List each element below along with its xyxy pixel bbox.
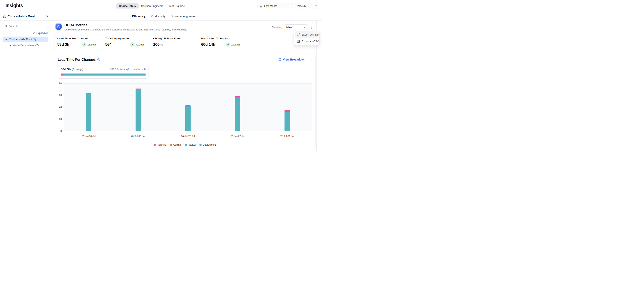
granularity-select[interactable]: Weekly [295,3,319,9]
main-content: EfficiencyProductivityBusiness Alignment… [51,12,322,152]
x-axis-tick-label: 28 Jul-31 Jul [280,135,294,138]
chevron-down-icon [315,5,317,7]
expand-corners-icon [278,58,281,61]
sidebar-collapse-button[interactable] [45,15,48,17]
chevron-right-icon[interactable] [9,44,12,46]
chart-export-icon [296,33,300,36]
review-segment [62,73,65,75]
trend-delta: 39.26% [135,43,144,46]
search-input[interactable] [9,25,44,28]
x-axis-tick-label: 07 Jul-13 Jul [132,135,145,138]
stat-card-value: 58d 3h [57,42,69,47]
sidebar-title: ChoiceHotels Root [8,14,35,18]
sidebar: ChoiceHotels Root Expand All ChoiceHotel… [0,12,51,152]
x-axis-tick-label: 01 Jul-06 Jul [82,135,96,138]
average-suffix: (Average) [72,68,83,71]
trend-down-icon [82,42,86,47]
active-tab-underline [132,20,146,20]
deployment-segment [86,94,92,131]
chart-kebab-menu-button[interactable] [308,57,312,62]
stat-card: Lead Time For Changes58d 3h16.99% [54,34,99,51]
tickets-count: 8017 Tickets [110,68,125,71]
tab-efficiency[interactable]: Efficiency [132,12,146,20]
gridline [64,95,312,95]
x-axis-tick-label: 14 Jul-20 Jul [181,135,195,138]
legend-chip [185,144,187,146]
chart-legend: PlanningCodingReviewDeployment [54,143,315,146]
legend-label: Review [188,143,196,146]
granularity-value: Weekly [298,4,306,7]
aggregation-select[interactable]: Mean [284,24,308,30]
stacked-bar-1[interactable] [86,93,92,131]
legend-item-coding: Coding [170,143,181,146]
y-axis-tick-label: 0 [60,130,62,133]
menu-item-export-as-csv[interactable]: Export as CSV [295,38,318,45]
chart-title: Lead Time For Changes [58,58,96,61]
y-axis-tick-label: 20 [59,118,62,121]
stat-card-value: 60d 14h [201,42,215,47]
stat-card: Total Deployments56439.26% [102,34,147,51]
deployment-segment [185,107,191,131]
x-axis-tick-label: 21 Jul-27 Jul [230,135,244,138]
stat-card: Change Failure Rate100% [150,34,195,51]
chevron-down-icon[interactable] [5,38,7,41]
org-tab-choicehotels[interactable]: ChoiceHotels [116,3,138,8]
org-tab-solution-engineers[interactable]: Solution Engineers [138,3,166,8]
tree-node-label: Anna Scozzafava (7) [13,44,38,47]
tree-node[interactable]: Anna Scozzafava (7) [3,42,48,48]
stat-card-title: Change Failure Rate [153,37,192,40]
calendar-icon [260,4,262,7]
expand-icon [33,32,35,34]
stat-card-title: Mean Time To Restore [201,37,240,40]
top-bar: Insights ChoiceHotelsSolution EngineersT… [0,0,322,12]
trend-delta: 16.99% [87,43,96,46]
aggregation-value: Mean [286,26,294,29]
date-range-select[interactable]: Last Month [257,3,293,9]
view-breakdown-button[interactable]: View Breakdown [278,58,305,61]
showing-label: Showing [272,26,282,29]
trend-badge: 16.99% [82,42,96,47]
tree-node[interactable]: ChoiceHotels Root (1) [3,36,48,42]
org-tab-test-org-tree[interactable]: Test Org Tree [166,3,188,8]
planning-segment [284,110,290,112]
stat-cards-row: Lead Time For Changes58d 3h16.99%Total D… [53,34,316,51]
stat-card-title: Lead Time For Changes [57,37,96,40]
tab-productivity[interactable]: Productivity [151,12,165,20]
meta-divider: | [130,68,131,71]
menu-item-label: Export as CSV [302,40,319,43]
legend-item-planning: Planning [154,143,166,146]
tab-business-alignment[interactable]: Business Alignment [171,12,196,20]
trend-badge: 39.26% [130,42,144,47]
stacked-bar-4[interactable] [235,96,240,131]
phase-distribution-bar [61,73,146,75]
tree-node-label: ChoiceHotels Root (1) [9,38,36,41]
legend-chip [154,144,156,146]
page-title: Insights [6,3,23,8]
info-icon[interactable] [126,68,129,71]
org-tree-icon [3,15,6,18]
deployment-segment [136,89,141,131]
trend-badge: 14.78% [226,42,240,47]
org-switcher-tabs: ChoiceHotelsSolution EngineersTest Org T… [116,3,188,9]
sidebar-search[interactable] [3,23,48,29]
average-value: 58d 3h [61,67,71,71]
legend-label: Planning [157,143,166,146]
org-tree: ChoiceHotels Root (1)Anna Scozzafava (7) [3,36,48,48]
menu-item-export-as-pdf[interactable]: Export as PDF [295,31,318,38]
info-icon[interactable] [97,58,100,61]
stacked-bar-3[interactable] [185,105,191,131]
chevron-down-icon [303,26,306,29]
deployment-segment [65,73,146,75]
expand-all-button[interactable]: Expand All [3,32,48,34]
legend-chip [170,144,172,146]
stacked-bar-2[interactable] [136,88,141,131]
dora-header: DORA Metrics DORA metrics measure softwa… [53,20,316,31]
planning-segment [61,73,62,75]
section-tabs: EfficiencyProductivityBusiness Alignment [51,12,322,20]
dora-kebab-menu-button[interactable] [310,25,314,30]
expand-all-label: Expand All [36,32,48,34]
lead-time-chart-card: Lead Time For Changes View Breakdown [54,54,316,149]
stat-card-value: 100 [153,42,160,47]
y-axis-tick-label: 60 [59,94,62,97]
stacked-bar-5[interactable] [284,110,290,131]
